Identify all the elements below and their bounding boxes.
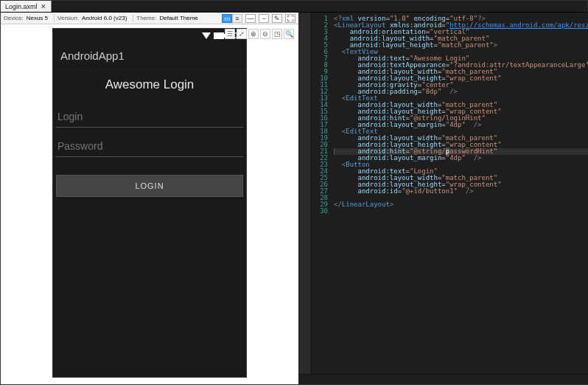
toolbar-minus-button[interactable]: − [259, 14, 269, 23]
theme-dropdown[interactable]: Default Theme [159, 15, 197, 21]
separator [54, 15, 55, 22]
app-bar: AndroidApp1 [53, 42, 246, 70]
login-field[interactable] [56, 105, 243, 128]
device-mini-toolbar: ☰ ⤢ ⊕ ⊖ ◳ 🔍 [225, 29, 294, 39]
code-line[interactable]: </LinearLayout> [334, 201, 588, 208]
toolbar-edit-button[interactable]: ✎ [272, 14, 282, 23]
theme-label: Theme: [136, 15, 156, 21]
device-dropdown[interactable]: Nexus 5 [27, 15, 48, 21]
separator [133, 15, 133, 22]
code-line[interactable]: android:layout_margin="4dp" /> [334, 155, 588, 162]
wifi-icon [202, 32, 211, 39]
device-fit-icon[interactable]: ⤢ [237, 29, 247, 39]
code-pane: 1234567891011121314151617181920212223242… [298, 13, 588, 384]
password-field[interactable] [56, 135, 243, 157]
editor-tab-bar: Login.axml ✕ [1, 1, 587, 13]
screen-title[interactable]: Awesome Login [55, 77, 245, 92]
ide-root: Login.axml ✕ Device: Nexus 5 Version: An… [0, 0, 588, 385]
app-title: AndroidApp1 [60, 49, 125, 62]
view-mode-toggle: ▭ ≡ [222, 14, 242, 23]
search-icon[interactable]: 🔍 [284, 29, 294, 39]
device-label: Device: [4, 15, 24, 21]
toolbar-dash-button[interactable]: — [245, 14, 256, 23]
device-preview: 8:00 AndroidApp1 Awesome Login LOGIN [53, 29, 246, 377]
login-button[interactable]: LOGIN [56, 175, 243, 197]
toolbar-fullscreen-button[interactable]: ⛶ [285, 14, 295, 23]
tab-label: Login.axml [5, 3, 38, 10]
version-dropdown[interactable]: Android 6.0 (v23) [82, 15, 127, 21]
code-line[interactable] [334, 208, 588, 215]
status-bar: 8:00 [53, 29, 246, 42]
battery-icon [214, 32, 224, 39]
design-surface[interactable]: ☰ ⤢ ⊕ ⊖ ◳ 🔍 8:00 AndroidApp1 [1, 24, 298, 384]
tab-login-axml[interactable]: Login.axml ✕ [1, 1, 52, 12]
breakpoint-gutter[interactable] [298, 13, 312, 374]
zoom-out-icon[interactable]: ⊖ [260, 29, 270, 39]
version-label: Version: [57, 15, 79, 21]
code-area[interactable]: <?xml version="1.0" encoding="utf-8"?><L… [331, 13, 588, 374]
login-screen: Awesome Login LOGIN [53, 70, 246, 377]
code-line[interactable]: android:id="@+id/button1" /> [334, 188, 588, 195]
split-pane: Device: Nexus 5 Version: Android 6.0 (v2… [1, 13, 587, 384]
line-number-gutter[interactable]: 1234567891011121314151617181920212223242… [312, 13, 331, 374]
designer-toolbar: Device: Nexus 5 Version: Android 6.0 (v2… [1, 13, 298, 24]
close-icon[interactable]: ✕ [41, 3, 46, 10]
design-view-button[interactable]: ▭ [222, 14, 232, 23]
zoom-in-icon[interactable]: ⊕ [248, 29, 259, 39]
designer-pane: Device: Nexus 5 Version: Android 6.0 (v2… [1, 13, 298, 384]
device-frame-icon[interactable]: ◳ [272, 29, 282, 39]
code-status-bar: 100 % • ◐ [298, 374, 588, 384]
source-view-button[interactable]: ≡ [232, 14, 242, 23]
code-editor: 1234567891011121314151617181920212223242… [298, 13, 588, 374]
device-menu-icon[interactable]: ☰ [225, 29, 235, 39]
